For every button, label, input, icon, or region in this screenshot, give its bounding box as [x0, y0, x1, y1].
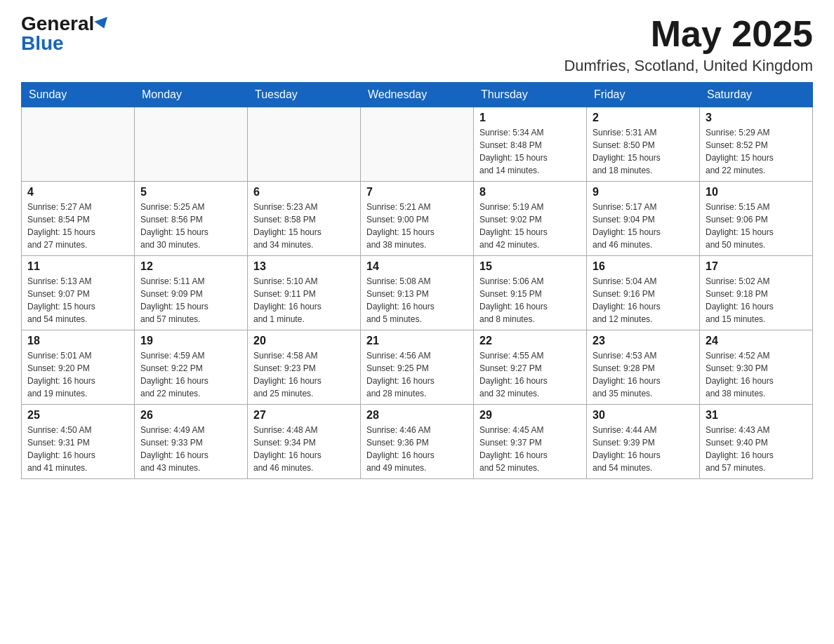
day-info-text: Sunrise: 5:08 AM Sunset: 9:13 PM Dayligh… [366, 275, 468, 326]
calendar-day-cell: 17Sunrise: 5:02 AM Sunset: 9:18 PM Dayli… [700, 256, 813, 330]
day-number: 6 [253, 186, 355, 199]
calendar-day-cell: 19Sunrise: 4:59 AM Sunset: 9:22 PM Dayli… [135, 330, 248, 405]
day-info-text: Sunrise: 4:52 AM Sunset: 9:30 PM Dayligh… [706, 349, 807, 400]
day-number: 29 [479, 409, 581, 422]
day-number: 9 [593, 186, 694, 199]
day-number: 12 [140, 260, 241, 273]
day-number: 13 [253, 260, 355, 273]
day-number: 25 [27, 409, 128, 422]
calendar-day-cell [22, 107, 135, 182]
calendar-week-row: 11Sunrise: 5:13 AM Sunset: 9:07 PM Dayli… [22, 256, 813, 330]
day-info-text: Sunrise: 4:48 AM Sunset: 9:34 PM Dayligh… [253, 424, 355, 474]
day-info-text: Sunrise: 4:56 AM Sunset: 9:25 PM Dayligh… [366, 349, 468, 400]
calendar-week-row: 18Sunrise: 5:01 AM Sunset: 9:20 PM Dayli… [22, 330, 813, 405]
calendar-day-cell: 13Sunrise: 5:10 AM Sunset: 9:11 PM Dayli… [248, 256, 361, 330]
day-number: 5 [140, 186, 241, 199]
calendar-day-cell: 1Sunrise: 5:34 AM Sunset: 8:48 PM Daylig… [474, 107, 587, 182]
day-info-text: Sunrise: 5:31 AM Sunset: 8:50 PM Dayligh… [593, 126, 694, 177]
day-info-text: Sunrise: 5:27 AM Sunset: 8:54 PM Dayligh… [27, 201, 128, 251]
day-info-text: Sunrise: 4:44 AM Sunset: 9:39 PM Dayligh… [593, 424, 694, 474]
day-number: 11 [27, 260, 128, 273]
day-number: 28 [366, 409, 468, 422]
calendar-header-thursday: Thursday [474, 83, 587, 107]
calendar-header-row: SundayMondayTuesdayWednesdayThursdayFrid… [22, 83, 813, 107]
calendar-day-cell [248, 107, 361, 182]
day-info-text: Sunrise: 5:34 AM Sunset: 8:48 PM Dayligh… [479, 126, 581, 177]
calendar-table: SundayMondayTuesdayWednesdayThursdayFrid… [21, 82, 813, 479]
calendar-header-sunday: Sunday [22, 83, 135, 107]
day-number: 14 [366, 260, 468, 273]
calendar-header-wednesday: Wednesday [361, 83, 474, 107]
day-number: 30 [593, 409, 694, 422]
calendar-day-cell: 11Sunrise: 5:13 AM Sunset: 9:07 PM Dayli… [22, 256, 135, 330]
day-info-text: Sunrise: 5:01 AM Sunset: 9:20 PM Dayligh… [27, 349, 128, 400]
day-info-text: Sunrise: 5:10 AM Sunset: 9:11 PM Dayligh… [253, 275, 355, 326]
calendar-day-cell: 24Sunrise: 4:52 AM Sunset: 9:30 PM Dayli… [700, 330, 813, 405]
calendar-day-cell: 28Sunrise: 4:46 AM Sunset: 9:36 PM Dayli… [361, 405, 474, 479]
day-info-text: Sunrise: 5:29 AM Sunset: 8:52 PM Dayligh… [706, 126, 807, 177]
calendar-day-cell: 16Sunrise: 5:04 AM Sunset: 9:16 PM Dayli… [587, 256, 700, 330]
day-number: 31 [706, 409, 807, 422]
day-info-text: Sunrise: 5:17 AM Sunset: 9:04 PM Dayligh… [593, 201, 694, 251]
logo-general-text: General [21, 14, 94, 34]
calendar-week-row: 25Sunrise: 4:50 AM Sunset: 9:31 PM Dayli… [22, 405, 813, 479]
day-number: 16 [593, 260, 694, 273]
calendar-header-tuesday: Tuesday [248, 83, 361, 107]
day-info-text: Sunrise: 5:23 AM Sunset: 8:58 PM Dayligh… [253, 201, 355, 251]
day-number: 23 [593, 335, 694, 347]
day-number: 8 [479, 186, 581, 199]
day-number: 22 [479, 335, 581, 347]
calendar-day-cell: 18Sunrise: 5:01 AM Sunset: 9:20 PM Dayli… [22, 330, 135, 405]
day-number: 3 [706, 112, 807, 124]
day-number: 19 [140, 335, 241, 347]
calendar-day-cell: 30Sunrise: 4:44 AM Sunset: 9:39 PM Dayli… [587, 405, 700, 479]
day-number: 21 [366, 335, 468, 347]
day-info-text: Sunrise: 4:53 AM Sunset: 9:28 PM Dayligh… [593, 349, 694, 400]
day-number: 2 [593, 112, 694, 124]
calendar-day-cell: 15Sunrise: 5:06 AM Sunset: 9:15 PM Dayli… [474, 256, 587, 330]
calendar-day-cell: 22Sunrise: 4:55 AM Sunset: 9:27 PM Dayli… [474, 330, 587, 405]
day-info-text: Sunrise: 5:19 AM Sunset: 9:02 PM Dayligh… [479, 201, 581, 251]
calendar-header-friday: Friday [587, 83, 700, 107]
calendar-day-cell: 23Sunrise: 4:53 AM Sunset: 9:28 PM Dayli… [587, 330, 700, 405]
calendar-day-cell: 20Sunrise: 4:58 AM Sunset: 9:23 PM Dayli… [248, 330, 361, 405]
day-info-text: Sunrise: 5:04 AM Sunset: 9:16 PM Dayligh… [593, 275, 694, 326]
day-number: 24 [706, 335, 807, 347]
day-info-text: Sunrise: 5:25 AM Sunset: 8:56 PM Dayligh… [140, 201, 241, 251]
calendar-day-cell [361, 107, 474, 182]
day-info-text: Sunrise: 5:06 AM Sunset: 9:15 PM Dayligh… [479, 275, 581, 326]
calendar-day-cell: 2Sunrise: 5:31 AM Sunset: 8:50 PM Daylig… [587, 107, 700, 182]
day-info-text: Sunrise: 4:55 AM Sunset: 9:27 PM Dayligh… [479, 349, 581, 400]
day-info-text: Sunrise: 5:13 AM Sunset: 9:07 PM Dayligh… [27, 275, 128, 326]
logo: General Blue [21, 14, 110, 53]
day-info-text: Sunrise: 4:46 AM Sunset: 9:36 PM Dayligh… [366, 424, 468, 474]
day-number: 10 [706, 186, 807, 199]
calendar-day-cell: 14Sunrise: 5:08 AM Sunset: 9:13 PM Dayli… [361, 256, 474, 330]
day-number: 17 [706, 260, 807, 273]
calendar-day-cell: 9Sunrise: 5:17 AM Sunset: 9:04 PM Daylig… [587, 182, 700, 256]
day-info-text: Sunrise: 4:45 AM Sunset: 9:37 PM Dayligh… [479, 424, 581, 474]
calendar-day-cell [135, 107, 248, 182]
logo-triangle-icon [94, 17, 111, 31]
calendar-day-cell: 5Sunrise: 5:25 AM Sunset: 8:56 PM Daylig… [135, 182, 248, 256]
day-number: 1 [479, 112, 581, 124]
calendar-day-cell: 29Sunrise: 4:45 AM Sunset: 9:37 PM Dayli… [474, 405, 587, 479]
day-info-text: Sunrise: 4:58 AM Sunset: 9:23 PM Dayligh… [253, 349, 355, 400]
calendar-day-cell: 3Sunrise: 5:29 AM Sunset: 8:52 PM Daylig… [700, 107, 813, 182]
calendar-day-cell: 21Sunrise: 4:56 AM Sunset: 9:25 PM Dayli… [361, 330, 474, 405]
calendar-day-cell: 27Sunrise: 4:48 AM Sunset: 9:34 PM Dayli… [248, 405, 361, 479]
calendar-day-cell: 6Sunrise: 5:23 AM Sunset: 8:58 PM Daylig… [248, 182, 361, 256]
day-info-text: Sunrise: 4:59 AM Sunset: 9:22 PM Dayligh… [140, 349, 241, 400]
day-info-text: Sunrise: 5:02 AM Sunset: 9:18 PM Dayligh… [706, 275, 807, 326]
calendar-day-cell: 26Sunrise: 4:49 AM Sunset: 9:33 PM Dayli… [135, 405, 248, 479]
calendar-header-saturday: Saturday [700, 83, 813, 107]
day-info-text: Sunrise: 5:11 AM Sunset: 9:09 PM Dayligh… [140, 275, 241, 326]
day-number: 18 [27, 335, 128, 347]
calendar-week-row: 1Sunrise: 5:34 AM Sunset: 8:48 PM Daylig… [22, 107, 813, 182]
calendar-day-cell: 31Sunrise: 4:43 AM Sunset: 9:40 PM Dayli… [700, 405, 813, 479]
page-header: General Blue May 2025 Dumfries, Scotland… [21, 14, 813, 75]
calendar-day-cell: 10Sunrise: 5:15 AM Sunset: 9:06 PM Dayli… [700, 182, 813, 256]
logo-blue-text: Blue [21, 34, 64, 53]
calendar-day-cell: 25Sunrise: 4:50 AM Sunset: 9:31 PM Dayli… [22, 405, 135, 479]
day-info-text: Sunrise: 4:50 AM Sunset: 9:31 PM Dayligh… [27, 424, 128, 474]
